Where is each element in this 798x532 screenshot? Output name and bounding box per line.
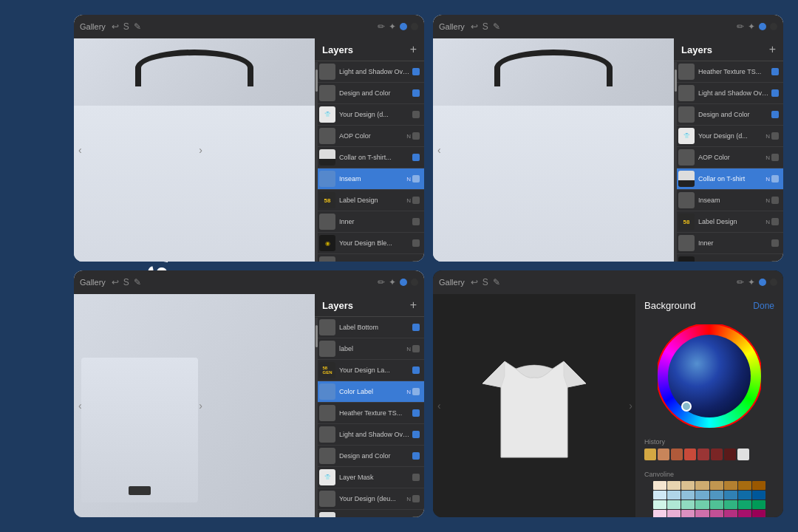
- palette-swatch[interactable]: [653, 510, 666, 517]
- history-swatch[interactable]: [698, 449, 709, 460]
- palette-swatch[interactable]: [710, 491, 723, 499]
- palette-swatch[interactable]: [724, 481, 737, 490]
- history-swatch[interactable]: [711, 449, 723, 460]
- palette-swatch[interactable]: [752, 510, 765, 517]
- list-item[interactable]: Your Design (deu... N: [315, 488, 424, 510]
- undo-icon[interactable]: ↩: [471, 277, 478, 287]
- nav-right-icon[interactable]: ›: [199, 144, 202, 156]
- color-wheel-wrapper[interactable]: [658, 324, 761, 428]
- pen-icon[interactable]: ✏: [737, 277, 744, 287]
- list-item[interactable]: AOP Color N: [315, 126, 424, 147]
- list-item[interactable]: 58 Label Design N: [315, 190, 424, 211]
- list-item[interactable]: Light and Shadow Ove...: [315, 424, 424, 446]
- layer-visibility-toggle[interactable]: [412, 409, 420, 417]
- history-swatch[interactable]: [644, 449, 656, 460]
- undo-icon[interactable]: ↩: [112, 21, 119, 32]
- layer-visibility-toggle[interactable]: [412, 68, 420, 75]
- palette-swatch[interactable]: [695, 510, 709, 517]
- layer-visibility-toggle[interactable]: [771, 154, 779, 161]
- palette-swatch[interactable]: [710, 481, 723, 490]
- palette-swatch[interactable]: [724, 500, 737, 509]
- palette-swatch[interactable]: [681, 481, 695, 490]
- saturation-value-picker[interactable]: [668, 335, 751, 417]
- list-item[interactable]: ◉ Your Design Ble...: [315, 233, 424, 254]
- edit-icon[interactable]: ✎: [493, 21, 500, 32]
- layer-visibility-toggle[interactable]: [412, 132, 420, 140]
- list-item[interactable]: Collar on T-shirt: [315, 510, 424, 517]
- layer-visibility-toggle[interactable]: [412, 111, 420, 118]
- layer-visibility-toggle[interactable]: [412, 89, 420, 97]
- layer-visibility-toggle[interactable]: [412, 345, 420, 352]
- list-item[interactable]: 58GEN Your Design La...: [315, 360, 424, 381]
- palette-swatch[interactable]: [738, 510, 751, 517]
- layer-visibility-toggle[interactable]: [412, 474, 420, 481]
- gallery-label[interactable]: Gallery: [80, 22, 106, 31]
- scrollbar[interactable]: [315, 318, 318, 517]
- palette-swatch[interactable]: [710, 510, 723, 517]
- layer-visibility-toggle[interactable]: [771, 111, 779, 118]
- list-item[interactable]: 👕 Your Design (d...: [315, 104, 424, 126]
- color-dot-blue[interactable]: [759, 23, 766, 30]
- layer-visibility-toggle[interactable]: [771, 89, 779, 97]
- list-item[interactable]: Heather Texture TS...: [315, 403, 424, 424]
- list-item[interactable]: AOP Color N: [674, 147, 783, 168]
- edit-icon[interactable]: ✎: [134, 277, 141, 287]
- history-swatch[interactable]: [671, 449, 683, 460]
- list-item[interactable]: ◉ Your Design Sle... N: [674, 254, 783, 262]
- add-layer-button[interactable]: +: [410, 43, 417, 56]
- layer-visibility-toggle[interactable]: [771, 68, 779, 75]
- palette-swatch[interactable]: [752, 491, 765, 499]
- color-dot-dark[interactable]: [411, 23, 418, 30]
- layer-visibility-toggle[interactable]: [771, 197, 779, 204]
- add-layer-button[interactable]: +: [410, 299, 417, 312]
- list-item[interactable]: label N: [315, 338, 424, 360]
- layer-visibility-toggle[interactable]: [412, 239, 420, 247]
- palette-swatch[interactable]: [667, 510, 681, 517]
- layer-visibility-toggle[interactable]: [771, 218, 779, 225]
- list-item[interactable]: Your Design Lef...: [315, 254, 424, 262]
- layer-visibility-toggle[interactable]: [771, 132, 779, 140]
- palette-swatch[interactable]: [724, 510, 737, 517]
- layer-visibility-toggle[interactable]: [412, 261, 420, 262]
- palette-swatch[interactable]: [724, 491, 737, 499]
- palette-swatch[interactable]: [681, 500, 695, 509]
- list-item-active[interactable]: Inseam N: [315, 168, 424, 190]
- palette-swatch[interactable]: [738, 481, 751, 490]
- color-dot-dark[interactable]: [770, 279, 777, 286]
- palette-swatch[interactable]: [667, 500, 681, 509]
- history-swatch[interactable]: [737, 449, 749, 460]
- palette-swatch[interactable]: [695, 481, 709, 490]
- color-dot-dark[interactable]: [411, 279, 418, 286]
- list-item[interactable]: Inner: [315, 211, 424, 233]
- palette-swatch[interactable]: [695, 491, 709, 499]
- list-item[interactable]: Light and Shadow Ove...: [674, 83, 783, 104]
- edit-icon[interactable]: ✎: [493, 277, 500, 287]
- brush-icon[interactable]: ✦: [389, 277, 396, 287]
- undo-icon[interactable]: ↩: [112, 277, 119, 287]
- palette-swatch[interactable]: [752, 481, 765, 490]
- color-dot-blue[interactable]: [759, 279, 766, 286]
- color-wheel-container[interactable]: [635, 317, 783, 435]
- palette-swatch[interactable]: [681, 510, 695, 517]
- nav-left-icon[interactable]: ‹: [437, 400, 441, 412]
- stroke-icon[interactable]: S: [482, 277, 488, 287]
- gallery-label[interactable]: Gallery: [439, 278, 465, 287]
- palette-swatch[interactable]: [752, 500, 765, 509]
- layer-visibility-toggle[interactable]: [412, 388, 420, 395]
- list-item[interactable]: Inner: [674, 233, 783, 254]
- pen-icon[interactable]: ✏: [378, 277, 385, 287]
- edit-icon[interactable]: ✎: [134, 21, 141, 32]
- nav-left-icon[interactable]: ‹: [78, 144, 82, 156]
- gallery-label[interactable]: Gallery: [439, 22, 465, 31]
- list-item[interactable]: Design and Color: [674, 104, 783, 126]
- list-item-active[interactable]: Collar on T-shirt N: [674, 168, 783, 190]
- list-item[interactable]: 58 Label Design N: [674, 211, 783, 233]
- layer-visibility-toggle[interactable]: [412, 218, 420, 225]
- nav-left-icon[interactable]: ‹: [437, 144, 441, 156]
- undo-icon[interactable]: ↩: [471, 21, 478, 32]
- layer-visibility-toggle[interactable]: [771, 175, 779, 183]
- list-item[interactable]: Collar on T-shirt...: [315, 147, 424, 168]
- layer-visibility-toggle[interactable]: [412, 197, 420, 204]
- color-dot-blue[interactable]: [400, 23, 407, 30]
- scrollbar[interactable]: [315, 62, 318, 262]
